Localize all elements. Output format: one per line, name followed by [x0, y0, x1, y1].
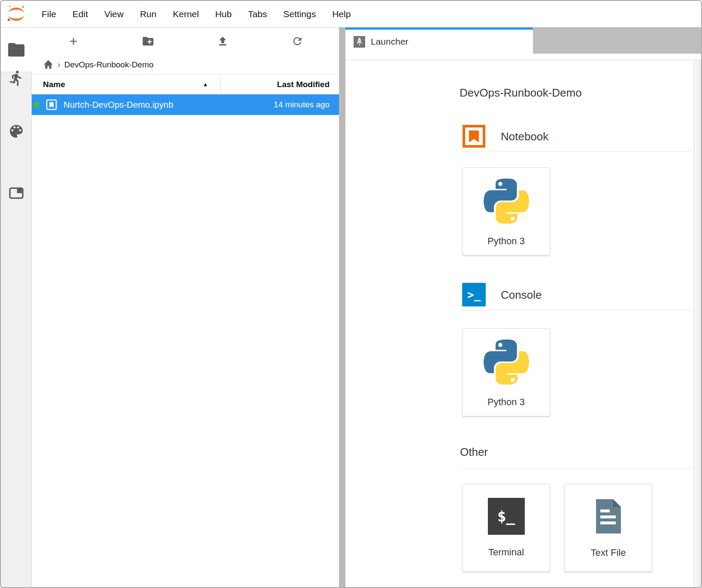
new-folder-button[interactable] [138, 31, 158, 51]
menu-run[interactable]: Run [140, 9, 157, 19]
sidebar-tab-file-browser[interactable] [1, 27, 32, 72]
file-browser-panel: + [32, 27, 339, 587]
menu-settings[interactable]: Settings [283, 9, 316, 19]
notebook-icon [462, 124, 486, 148]
plus-icon: + [70, 34, 78, 48]
launcher-card-text-file[interactable]: Text File [564, 484, 652, 572]
section-divider [462, 152, 693, 152]
launcher-panel: DevOps-Runbook-Demo Notebook [345, 60, 701, 587]
folder-icon [8, 43, 24, 57]
notebook-section-label: Notebook [501, 129, 548, 144]
python-logo [483, 338, 530, 385]
card-label: Terminal [488, 547, 524, 558]
other-section-header: Other [460, 445, 693, 459]
main-dock-panel: Launcher DevOps-Runbook-Demo Notebook [345, 27, 701, 587]
text-file-icon [591, 497, 626, 535]
breadcrumb-current-folder[interactable]: DevOps-Runbook-Demo [64, 60, 154, 70]
python-logo [483, 177, 530, 224]
launcher-section-console: >_ Console Python 3 [462, 283, 693, 416]
notebook-file-icon [45, 99, 57, 111]
refresh-icon [291, 35, 303, 47]
sidebar-tab-running-sessions[interactable] [8, 70, 25, 88]
console-section-label: Console [501, 288, 542, 302]
dock-tab-underline [345, 54, 701, 60]
file-modified-time: 14 minutes ago [274, 100, 339, 109]
sidebar-tab-open-tabs[interactable] [8, 185, 25, 203]
jupyterlab-window: File Edit View Run Kernel Hub Tabs Setti… [0, 0, 702, 588]
tab-launcher-label: Launcher [371, 36, 408, 47]
scrollbar-track[interactable] [694, 60, 701, 587]
rocket-icon [354, 36, 365, 48]
name-header-label: Name [43, 80, 65, 89]
upload-icon [217, 35, 229, 47]
file-list-header: Name ▲ Last Modified [32, 74, 339, 94]
menu-kernel[interactable]: Kernel [173, 9, 199, 19]
menu-tabs[interactable]: Tabs [248, 9, 267, 19]
launcher-card-notebook-python3[interactable]: Python 3 [462, 167, 550, 255]
modified-header-label: Last Modified [277, 80, 330, 89]
menu-edit[interactable]: Edit [73, 9, 88, 19]
menu-help[interactable]: Help [332, 9, 351, 19]
running-icon [8, 70, 25, 87]
jupyter-logo-icon [6, 4, 26, 24]
panel-splitter-handle[interactable] [339, 27, 345, 587]
kernel-running-indicator [33, 102, 40, 108]
launcher-title: DevOps-Runbook-Demo [460, 85, 701, 100]
menu-bar: File Edit View Run Kernel Hub Tabs Setti… [1, 1, 701, 27]
tabs-icon [8, 185, 25, 202]
breadcrumb-separator: › [57, 60, 61, 70]
card-label: Python 3 [487, 236, 525, 247]
launcher-section-other: Other $_ Terminal [462, 445, 693, 572]
new-folder-icon [142, 35, 154, 48]
card-label: Python 3 [487, 397, 525, 408]
new-launcher-button[interactable]: + [64, 31, 83, 51]
menu-hub[interactable]: Hub [215, 9, 232, 19]
launcher-card-console-python3[interactable]: Python 3 [462, 328, 550, 416]
file-row-selected[interactable]: Nurtch-DevOps-Demo.ipynb 14 minutes ago [32, 94, 339, 115]
tab-launcher[interactable]: Launcher [345, 27, 533, 54]
terminal-icon: $_ [488, 498, 525, 535]
file-browser-toolbar: + [32, 27, 339, 55]
breadcrumb: › DevOps-Runbook-Demo [32, 55, 339, 74]
file-name: Nurtch-DevOps-Demo.ipynb [64, 100, 173, 110]
activity-sidebar-body [1, 72, 32, 587]
activity-sidebar [1, 27, 32, 587]
sort-ascending-icon: ▲ [203, 81, 208, 88]
home-icon[interactable] [43, 60, 54, 70]
menu-view[interactable]: View [104, 9, 124, 19]
upload-button[interactable] [213, 31, 233, 51]
name-column-header[interactable]: Name ▲ [32, 75, 221, 94]
console-icon: >_ [462, 283, 486, 306]
card-label: Text File [591, 547, 626, 558]
launcher-card-terminal[interactable]: $_ Terminal [462, 484, 550, 572]
launcher-section-notebook: Notebook Python 3 [462, 124, 693, 255]
dock-tab-bar: Launcher [345, 27, 701, 54]
section-divider [462, 469, 693, 469]
refresh-button[interactable] [287, 31, 307, 51]
modified-column-header[interactable]: Last Modified [221, 75, 339, 94]
menu-items: File Edit View Run Kernel Hub Tabs Setti… [42, 9, 351, 19]
other-section-label: Other [460, 445, 488, 459]
menu-file[interactable]: File [42, 9, 56, 19]
sidebar-tab-command-palette[interactable] [8, 123, 25, 142]
section-divider [462, 310, 693, 310]
notebook-section-header: Notebook [462, 124, 693, 148]
palette-icon [8, 123, 25, 140]
console-section-header: >_ Console [462, 283, 693, 306]
